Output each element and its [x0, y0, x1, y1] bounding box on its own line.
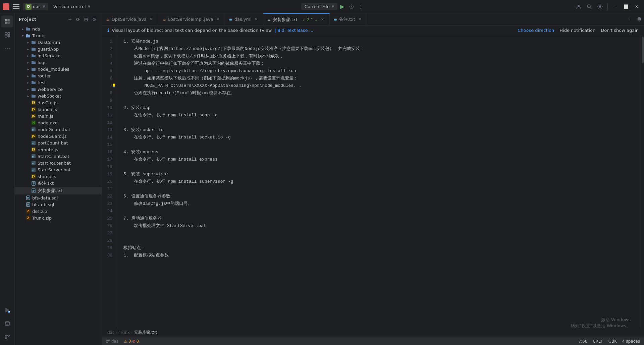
line-num-11: 11	[102, 112, 115, 119]
activity-database[interactable]	[1, 318, 13, 330]
sidebar-tree: ▸nds▾Trunk▸DasComm▸guardApp▸initService▸…	[15, 25, 102, 221]
activity-explorer[interactable]	[1, 15, 13, 27]
sidebar-item-guardApp[interactable]: ▸guardApp	[15, 46, 102, 52]
maximize-button[interactable]: ⬜	[621, 2, 631, 11]
sidebar-item-webService[interactable]: ▸webService	[15, 86, 102, 93]
tree-label-webSocket: webSocket	[38, 94, 61, 99]
tab-das-yml[interactable]: ≡ das.yml ✕	[225, 13, 263, 25]
sidebar-item-Trunk[interactable]: ▾Trunk	[15, 32, 102, 39]
breadcrumb-trunk[interactable]: Trunk	[119, 330, 130, 335]
sidebar-item-Trunk.zip[interactable]: ZTrunk.zip	[15, 215, 102, 221]
sidebar-item-node.exe[interactable]: Nnode.exe	[15, 119, 102, 126]
sidebar-item-remote.js[interactable]: JSremote.js	[15, 146, 102, 153]
cursor-position[interactable]: 7:68	[577, 339, 589, 344]
sidebar-item-bfs-data.sql[interactable]: bfs-data.sql	[15, 194, 102, 201]
sidebar-item-nodeGuard.js[interactable]: JSnodeGuard.js	[15, 133, 102, 139]
hide-notification-btn[interactable]: Hide notification	[559, 28, 595, 33]
svg-text:≡: ≡	[32, 156, 34, 158]
folder-icon	[31, 66, 36, 72]
tree-arrow	[25, 113, 31, 119]
sidebar-item-node_modules[interactable]: ▸node_modules	[15, 66, 102, 72]
dont-show-again-btn[interactable]: Don't show again	[601, 28, 639, 33]
tab-notes[interactable]: ≡ 备注.txt ✕	[330, 13, 367, 25]
sidebar-item-logs[interactable]: ▸logs	[15, 59, 102, 66]
version-control-btn[interactable]: Version control ▼	[51, 3, 93, 10]
status-right: 7:68 CRLF GBK 4 spaces	[577, 339, 641, 344]
activity-plugins[interactable]	[1, 29, 13, 41]
refresh-icon[interactable]: ⟳	[75, 16, 82, 23]
line-num-20: 20	[102, 178, 115, 185]
minimize-button[interactable]: —	[610, 2, 620, 11]
code-line-23: 修改dasCfg.js中的端口号。	[123, 200, 635, 208]
sidebar-item-webSocket[interactable]: ▸webSocket	[15, 93, 102, 99]
sidebar-item-launch.js[interactable]: JSlaunch.js	[15, 106, 102, 113]
line-num-4: 4	[102, 60, 115, 67]
build-button[interactable]	[347, 2, 356, 11]
yaml-icon: ≡	[229, 17, 232, 22]
run-button[interactable]: ▶	[337, 2, 347, 11]
line-num-28: 28	[102, 237, 115, 244]
choose-direction-btn[interactable]: Choose direction	[518, 28, 554, 33]
sidebar-item-备注.txt[interactable]: 备注.txt	[15, 180, 102, 187]
notification-bell[interactable]	[635, 15, 644, 24]
tab-DpsService[interactable]: ☕ DpsService.java ✕	[102, 13, 158, 25]
sidebar-item-StartRouter.bat[interactable]: ≡StartRouter.bat	[15, 160, 102, 166]
tab-install-steps[interactable]: ≡ 安装步骤.txt ✓ 2 ⌃ ⌄ ✕	[263, 13, 330, 25]
sidebar-item-stomp.js[interactable]: JSstomp.js	[15, 173, 102, 180]
chevron-down-icon: ▼	[43, 5, 45, 8]
tab-close-icon2[interactable]: ✕	[215, 17, 221, 22]
sidebar-item-nodeGuard.bat[interactable]: ≡nodeGuard.bat	[15, 126, 102, 133]
sidebar-item-initService[interactable]: ▸initService	[15, 52, 102, 59]
tab-close-icon5[interactable]: ✕	[357, 17, 363, 22]
line-ending[interactable]: CRLF	[591, 339, 604, 344]
breadcrumb-filename[interactable]: 安装步骤.txt	[134, 330, 157, 335]
collapse-icon[interactable]: ⊟	[83, 16, 90, 23]
settings-icon[interactable]: ⚙	[91, 16, 98, 23]
tree-label-nodeGuard.bat: nodeGuard.bat	[38, 127, 70, 132]
sidebar-item-router[interactable]: ▸router	[15, 72, 102, 79]
sidebar-item-安装步骤.txt[interactable]: 安装步骤.txt	[15, 187, 102, 194]
sidebar-item-nds[interactable]: ▸nds	[15, 25, 102, 32]
tab-close-icon3[interactable]: ✕	[254, 17, 259, 22]
git-branch[interactable]: das	[105, 339, 120, 344]
js-icon: JS	[31, 147, 36, 152]
sidebar-item-DasComm[interactable]: ▸DasComm	[15, 39, 102, 46]
sidebar-item-StartClient.bat[interactable]: ≡StartClient.bat	[15, 153, 102, 160]
title-bar: D das ▼ Version control ▼ Current File ▼…	[0, 0, 644, 13]
activity-more[interactable]: ⋯	[1, 42, 13, 54]
tab-more-button[interactable]: ⋮	[625, 15, 635, 24]
code-line-6: 注意，如果某些模块下载后找不到（例如下面提到的mockjs），需要设置环境变量：	[123, 75, 635, 82]
tab-close-icon4[interactable]: ✕	[320, 17, 325, 22]
project-selector[interactable]: D das ▼	[23, 3, 48, 10]
sidebar-item-StartServer.bat[interactable]: ≡StartServer.bat	[15, 166, 102, 173]
sidebar-item-dasCfg.js[interactable]: JSdasCfg.js	[15, 99, 102, 106]
breadcrumb-project[interactable]: das	[107, 330, 114, 335]
sidebar-item-test[interactable]: ▸test	[15, 79, 102, 86]
bat-icon: ≡	[31, 127, 36, 132]
search-icon[interactable]	[585, 2, 594, 11]
encoding[interactable]: GBK	[607, 339, 618, 344]
settings-icon[interactable]	[595, 2, 605, 11]
tree-arrow	[20, 195, 25, 200]
sidebar-item-portCount.bat[interactable]: ≡portCount.bat	[15, 139, 102, 146]
sidebar-item-main.js[interactable]: JSmain.js	[15, 113, 102, 119]
more-button[interactable]: ⋮	[356, 2, 366, 11]
code-editor[interactable]: 1. 安装node.js 从Node.js[官网|https://nodejs.…	[118, 35, 641, 328]
notification-link[interactable]: | Bidi Text Base ...	[275, 28, 314, 33]
activity-run[interactable]	[1, 304, 13, 316]
tab-close-icon[interactable]: ✕	[149, 17, 154, 22]
activity-git[interactable]	[1, 331, 13, 343]
sidebar-item-dss.zip[interactable]: Zdss.zip	[15, 208, 102, 215]
indent-setting[interactable]: 4 spaces	[621, 339, 641, 344]
sidebar-item-bfs_db.sql[interactable]: bfs_db.sql	[15, 201, 102, 208]
profile-icon[interactable]	[574, 2, 583, 11]
tab-LostServiceImpl[interactable]: ☕ LostServiceImpl.java ✕	[158, 13, 225, 25]
scrollbar-thumb[interactable]	[642, 37, 644, 63]
editor-scrollbar[interactable]	[641, 35, 644, 328]
warnings[interactable]: ⚠ 0 ⊘ 0	[122, 339, 140, 344]
run-config-selector[interactable]: Current File ▼	[301, 3, 337, 10]
new-file-icon[interactable]: +	[67, 16, 73, 23]
folder-icon	[25, 33, 31, 38]
hamburger-menu[interactable]	[12, 3, 20, 11]
close-button[interactable]: ✕	[632, 2, 641, 11]
